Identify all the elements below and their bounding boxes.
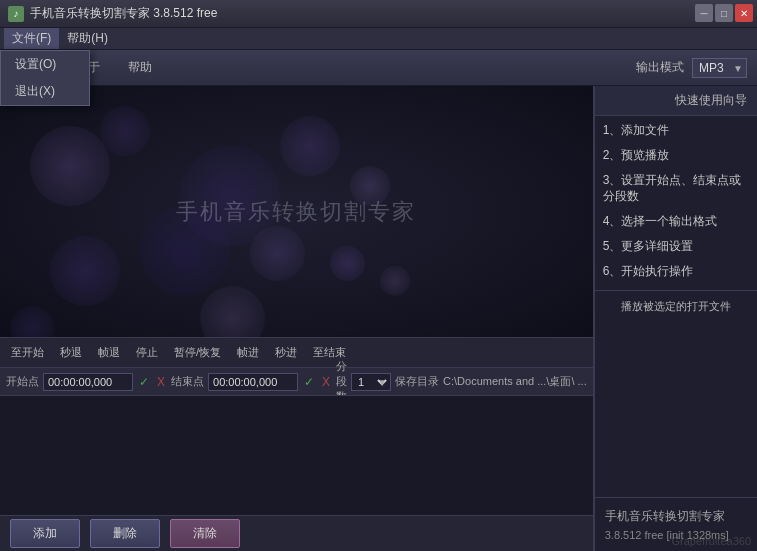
end-x-icon[interactable]: X xyxy=(322,375,330,389)
guide-item-3: 4、选择一个输出格式 xyxy=(603,213,749,230)
help-toolbar-btn[interactable]: 帮助 xyxy=(114,55,166,80)
seg-select[interactable]: 1234 xyxy=(351,373,391,391)
guide-item-5: 6、开始执行操作 xyxy=(603,263,749,280)
quick-guide-header: 快速使用向导 xyxy=(595,86,757,116)
bottom-buttons: 添加 删除 清除 xyxy=(0,515,593,551)
preview-area: 手机音乐转换切割专家 xyxy=(0,86,593,337)
title-text: 手机音乐转换切割专家 3.8.512 free xyxy=(30,5,217,22)
clear-button[interactable]: 清除 xyxy=(170,519,240,548)
maximize-button[interactable]: □ xyxy=(715,4,733,22)
file-list-area[interactable] xyxy=(0,395,593,515)
output-mode-label: 输出模式 xyxy=(636,59,684,76)
exit-menu-item[interactable]: 退出(X) xyxy=(1,78,89,105)
start-check-icon[interactable]: ✓ xyxy=(139,375,149,389)
play-open-text: 播放被选定的打开文件 xyxy=(605,299,747,314)
left-panel: 手机音乐转换切割专家 至开始 秒退 帧退 停止 暂停/恢复 帧进 秒进 至结束 … xyxy=(0,86,594,551)
close-button[interactable]: ✕ xyxy=(735,4,753,22)
window-controls: ─ □ ✕ xyxy=(695,4,753,22)
help-menu[interactable]: 帮助(H) xyxy=(59,28,116,49)
right-panel: 快速使用向导 1、添加文件2、预览播放3、设置开始点、结束点或分段数4、选择一个… xyxy=(594,86,757,551)
end-time-input[interactable] xyxy=(208,373,298,391)
seg-select-wrapper: 1234 ▼ xyxy=(351,373,391,391)
pause-resume-btn[interactable]: 暂停/恢复 xyxy=(167,342,228,363)
start-label: 开始点 xyxy=(6,374,39,389)
minimize-button[interactable]: ─ xyxy=(695,4,713,22)
output-mode-select[interactable]: MP3 AAC WAV OGG xyxy=(692,58,747,78)
guide-item-2: 3、设置开始点、结束点或分段数 xyxy=(603,172,749,206)
settings-menu-item[interactable]: 设置(O) xyxy=(1,51,89,78)
frame-fwd-btn[interactable]: 帧进 xyxy=(230,342,266,363)
toolbar: 设置 关于 帮助 输出模式 MP3 AAC WAV OGG ▼ xyxy=(0,50,757,86)
preview-watermark-text: 手机音乐转换切割专家 xyxy=(176,197,416,227)
app-info-title: 手机音乐转换切割专家 xyxy=(605,508,747,525)
to-start-btn[interactable]: 至开始 xyxy=(4,342,51,363)
sec-back-btn[interactable]: 秒退 xyxy=(53,342,89,363)
menubar: 文件(F) 帮助(H) 设置(O) 退出(X) xyxy=(0,28,757,50)
delete-button[interactable]: 删除 xyxy=(90,519,160,548)
sec-fwd-btn[interactable]: 秒进 xyxy=(268,342,304,363)
start-x-icon[interactable]: X xyxy=(157,375,165,389)
end-label: 结束点 xyxy=(171,374,204,389)
frame-back-btn[interactable]: 帧退 xyxy=(91,342,127,363)
output-mode-section: 输出模式 MP3 AAC WAV OGG ▼ xyxy=(636,58,747,78)
guide-item-4: 5、更多详细设置 xyxy=(603,238,749,255)
guide-item-0: 1、添加文件 xyxy=(603,122,749,139)
titlebar: ♪ 手机音乐转换切割专家 3.8.512 free ─ □ ✕ xyxy=(0,0,757,28)
save-label: 保存目录 xyxy=(395,374,439,389)
guide-item-1: 2、预览播放 xyxy=(603,147,749,164)
guide-items-list: 1、添加文件2、预览播放3、设置开始点、结束点或分段数4、选择一个输出格式5、更… xyxy=(595,116,757,286)
playback-controls: 至开始 秒退 帧退 停止 暂停/恢复 帧进 秒进 至结束 xyxy=(0,337,593,367)
output-mode-wrapper: MP3 AAC WAV OGG ▼ xyxy=(692,58,747,78)
save-section: 保存目录 C:\Documents and ...\桌面\ ... xyxy=(395,374,587,389)
dl-watermark: Grapefruitea360 xyxy=(672,535,752,547)
app-icon: ♪ xyxy=(8,6,24,22)
save-path: C:\Documents and ...\桌面\ ... xyxy=(443,374,587,389)
timeline-row: 开始点 ✓ X 结束点 ✓ X 分段数 1234 ▼ 保存目录 C:\Docum… xyxy=(0,367,593,395)
play-open-section: 播放被选定的打开文件 xyxy=(595,290,757,322)
start-time-input[interactable] xyxy=(43,373,133,391)
file-dropdown: 设置(O) 退出(X) xyxy=(0,50,90,106)
main-area: 手机音乐转换切割专家 至开始 秒退 帧退 停止 暂停/恢复 帧进 秒进 至结束 … xyxy=(0,86,757,551)
stop-btn[interactable]: 停止 xyxy=(129,342,165,363)
end-check-icon[interactable]: ✓ xyxy=(304,375,314,389)
file-menu[interactable]: 文件(F) xyxy=(4,28,59,49)
add-button[interactable]: 添加 xyxy=(10,519,80,548)
